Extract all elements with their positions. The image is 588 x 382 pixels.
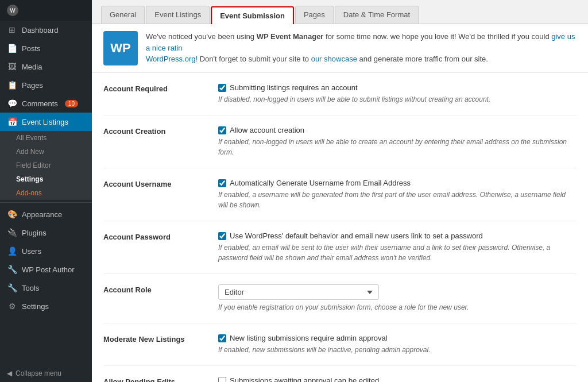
notice-brand: WP Event Manager <box>257 32 324 41</box>
tab-event-listings[interactable]: Event Listings <box>146 6 210 24</box>
sidebar-sub-add-new[interactable]: Add New <box>0 145 92 159</box>
checkbox-label-account-password: Use WordPress' default behavior and emai… <box>230 231 483 240</box>
checkbox-allow-pending-edits[interactable] <box>218 377 226 383</box>
sidebar-item-event-listings[interactable]: 📅 Event Listings <box>0 113 92 131</box>
tab-date-time[interactable]: Date & Time Format <box>335 6 419 24</box>
option-allow-pending-edits: Submissions awaiting approval can be edi… <box>218 376 577 382</box>
notice-mid: for some time now. we hope you love it! … <box>323 32 551 41</box>
sidebar-item-label: Pages <box>22 81 43 90</box>
desc-account-password: If enabled, an email will be sent to the… <box>218 242 577 263</box>
sidebar-sub-add-ons[interactable]: Add-ons <box>0 186 92 200</box>
sidebar-sub-settings[interactable]: Settings <box>0 172 92 186</box>
tab-general[interactable]: General <box>101 6 145 24</box>
row-allow-pending-edits: Allow Pending Edits Submissions awaiting… <box>103 366 577 382</box>
row-account-creation: Account Creation Allow account creation … <box>103 115 577 168</box>
sidebar-item-pages[interactable]: 📋 Pages <box>0 76 92 94</box>
sidebar-item-label: Users <box>22 247 41 256</box>
sidebar-item-label: Dashboard <box>22 26 59 34</box>
control-allow-pending-edits: Submissions awaiting approval can be edi… <box>218 376 577 382</box>
sidebar-item-label: Media <box>22 63 42 71</box>
media-icon: 🖼 <box>7 62 17 71</box>
sidebar-item-label: Posts <box>22 44 41 53</box>
notice-end: and generate more traffic from our site. <box>357 55 488 63</box>
pages-icon: 📋 <box>7 80 17 90</box>
wp-logo-icon: W <box>7 5 18 16</box>
control-account-role: Editor Subscriber Contributor Author If … <box>218 284 577 312</box>
event-listings-submenu: All Events Add New Field Editor Settings… <box>0 131 92 200</box>
row-account-password: Account Password Use WordPress' default … <box>103 221 577 274</box>
label-account-username: Account Username <box>103 179 218 188</box>
label-moderate-new-listings: Moderate New Listings <box>103 334 218 344</box>
checkbox-account-password[interactable] <box>218 232 226 240</box>
control-account-creation: Allow account creation If enabled, non-l… <box>218 126 577 157</box>
option-account-username: Automatically Generate Username from Ema… <box>218 179 577 187</box>
sidebar-item-media[interactable]: 🖼 Media <box>0 57 92 76</box>
collapse-menu[interactable]: ◀ Collapse menu <box>0 365 92 382</box>
comments-icon: 💬 <box>7 99 17 108</box>
dashboard-icon: ⊞ <box>7 25 17 34</box>
desc-account-required: If disabled, non-logged in users will be… <box>218 94 577 105</box>
checkbox-moderate-new-listings[interactable] <box>218 334 226 342</box>
tab-event-submission[interactable]: Event Submission <box>211 6 294 24</box>
checkbox-account-username[interactable] <box>218 179 226 187</box>
checkbox-label-account-username: Automatically Generate Username from Ema… <box>230 179 411 187</box>
content-area: WP We've noticed you've been using WP Ev… <box>92 24 588 382</box>
sidebar-item-label: Plugins <box>22 229 47 237</box>
checkbox-account-creation[interactable] <box>218 126 226 134</box>
notice-link1-suffix[interactable]: WordPress.org! <box>146 55 198 63</box>
control-account-password: Use WordPress' default behavior and emai… <box>218 231 577 263</box>
notice-link2[interactable]: our showcase <box>311 55 357 63</box>
option-account-password: Use WordPress' default behavior and emai… <box>218 231 577 240</box>
row-account-required: Account Required Submitting listings req… <box>103 73 577 115</box>
desc-account-username: If enabled, a username will be generated… <box>218 190 577 210</box>
sidebar-item-label: Comments <box>22 99 58 108</box>
sidebar-item-dashboard[interactable]: ⊞ Dashboard <box>0 21 92 39</box>
notice-after: Don't forget to submit your site to <box>198 55 311 63</box>
wp-event-manager-logo: WP <box>103 31 138 65</box>
row-moderate-new-listings: Moderate New Listings New listing submis… <box>103 323 577 366</box>
label-account-password: Account Password <box>103 231 218 241</box>
row-account-username: Account Username Automatically Generate … <box>103 168 577 221</box>
sidebar-item-wp-post-author[interactable]: 🔧 WP Post Author <box>0 260 92 279</box>
label-account-creation: Account Creation <box>103 126 218 136</box>
label-allow-pending-edits: Allow Pending Edits <box>103 376 218 382</box>
checkbox-label-allow-pending-edits: Submissions awaiting approval can be edi… <box>230 376 379 382</box>
sidebar-item-label: Settings <box>22 302 49 311</box>
sidebar-item-comments[interactable]: 💬 Comments 10 <box>0 94 92 113</box>
control-account-required: Submitting listings requires an account … <box>218 83 577 105</box>
sidebar-item-label: Appearance <box>22 210 62 219</box>
sidebar-item-appearance[interactable]: 🎨 Appearance <box>0 205 92 223</box>
option-account-role: Editor Subscriber Contributor Author <box>218 284 577 300</box>
sidebar-sub-field-editor[interactable]: Field Editor <box>0 159 92 172</box>
sidebar-item-tools[interactable]: 🔧 Tools <box>0 279 92 297</box>
notice-text: We've noticed you've been using WP Event… <box>146 31 577 65</box>
checkbox-label-account-required: Submitting listings requires an account <box>230 83 358 92</box>
sidebar-item-settings[interactable]: ⚙ Settings <box>0 297 92 315</box>
sidebar-item-label: Tools <box>22 284 39 292</box>
settings-icon: ⚙ <box>7 302 17 311</box>
appearance-icon: 🎨 <box>7 210 17 219</box>
sidebar-item-label: Event Listings <box>22 118 68 126</box>
control-account-username: Automatically Generate Username from Ema… <box>218 179 577 210</box>
sidebar-sub-all-events[interactable]: All Events <box>0 131 92 145</box>
sidebar-item-plugins[interactable]: 🔌 Plugins <box>0 223 92 242</box>
users-icon: 👤 <box>7 246 17 256</box>
control-moderate-new-listings: New listing submissions require admin ap… <box>218 334 577 355</box>
logo-text: WP <box>110 41 130 56</box>
checkbox-label-moderate-new-listings: New listing submissions require admin ap… <box>230 334 388 342</box>
select-account-role[interactable]: Editor Subscriber Contributor Author <box>218 284 379 300</box>
settings-table: Account Required Submitting listings req… <box>92 73 588 382</box>
tab-pages[interactable]: Pages <box>295 6 334 24</box>
label-account-role: Account Role <box>103 284 218 294</box>
posts-icon: 📄 <box>7 44 17 53</box>
plugins-icon: 🔌 <box>7 228 17 237</box>
collapse-icon: ◀ <box>7 369 12 377</box>
checkbox-account-required[interactable] <box>218 84 226 92</box>
option-account-required: Submitting listings requires an account <box>218 83 577 92</box>
sidebar-item-label: WP Post Author <box>22 265 75 274</box>
option-moderate-new-listings: New listing submissions require admin ap… <box>218 334 577 342</box>
tabs-bar: General Event Listings Event Submission … <box>92 0 588 24</box>
sidebar-item-users[interactable]: 👤 Users <box>0 242 92 260</box>
desc-account-role: If you enable registration on your submi… <box>218 302 577 312</box>
sidebar-item-posts[interactable]: 📄 Posts <box>0 39 92 57</box>
